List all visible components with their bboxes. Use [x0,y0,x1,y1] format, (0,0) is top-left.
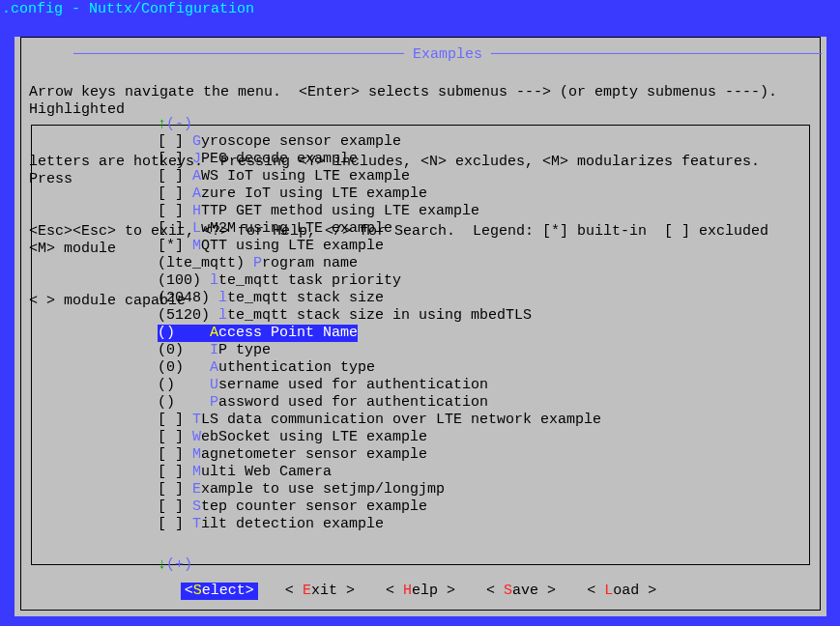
menu-item-bracket: [ ] [158,429,192,445]
menu-item[interactable]: [ ] WebSocket using LTE example [158,429,803,446]
menu-item-bracket: [ ] [158,133,192,150]
menu-item-hotkey: l [218,307,227,324]
menu-item[interactable]: (0) Authentication type [158,359,803,377]
menu-item-bracket: [ ] [158,498,192,515]
menu-item-hotkey: M [192,446,201,463]
help-line: Arrow keys navigate the menu. <Enter> se… [29,84,812,119]
menu-item[interactable]: [ ] TLS data communication over LTE netw… [158,412,803,429]
menu-item[interactable]: [ ] Step counter sensor example [158,498,803,516]
menu-item-bracket: [ ] [158,220,192,237]
menu-item-bracket: () [158,325,210,341]
menu-item-label: P type [218,342,271,358]
menu-item-bracket: [ ] [158,464,192,480]
menu-item-label: ccess Point Name [218,325,358,341]
menu-item-hotkey: T [192,412,201,428]
menu-item-hotkey: H [192,203,201,219]
menu-item-label: ulti Web Camera [201,464,332,480]
menu-item[interactable]: () Username used for authentication [158,377,803,394]
menu-item-label: WS IoT using LTE example [201,168,410,185]
dialog-frame: ────────────────────────────────────── E… [20,37,821,611]
menu-item-bracket: (2048) [158,290,218,306]
menu-item-hotkey: l [210,272,218,289]
menu-item-label: TTP GET method using LTE example [201,203,479,219]
menu-item-label: te_mqtt task priority [218,272,401,289]
menu-item-label: uthentication type [218,359,375,376]
help-button[interactable]: < Help > [382,583,459,600]
scroll-up-sign: (-) [166,116,192,132]
menu-item-label: yroscope sensor example [201,133,401,150]
menu-item-hotkey: G [192,133,201,150]
menu-item[interactable]: [ ] Multi Web Camera [158,464,803,481]
menu-item-bracket: (0) [158,359,210,376]
menu-item[interactable]: (lte_mqtt) Program name [158,255,803,272]
menu-item-label: rogram name [262,255,358,271]
menu-item-label: zure IoT using LTE example [201,185,427,202]
menu-item-bracket: [ ] [158,446,192,463]
menu-item-hotkey: P [253,255,262,271]
menu-item-bracket: () [158,394,210,411]
dialog-outer: ────────────────────────────────────── E… [14,37,826,616]
menu-item-label: xample to use setjmp/longjmp [201,481,445,498]
menu-item-hotkey: T [192,516,201,532]
save-button[interactable]: < Save > [482,583,560,600]
menu-item-bracket: [ ] [158,168,192,185]
menu-item-bracket: [ ] [158,516,192,532]
menu-item[interactable]: [ ] AWS IoT using LTE example [158,168,803,185]
menu-item-bracket: [ ] [158,481,192,498]
menu-item[interactable]: [*] MQTT using LTE example [158,238,803,255]
menu-item[interactable]: [ ] JPEG decode example [158,151,803,168]
select-button[interactable]: <Select> [181,583,258,600]
menu-item-bracket: [ ] [158,151,192,167]
scroll-up-indicator[interactable]: ↑(-) [158,116,192,133]
menu-item-hotkey: A [192,168,201,185]
button-bar: <Select>< Exit >< Help >< Save >< Load > [21,583,820,600]
menu-item-hotkey: I [210,342,218,358]
menu-item[interactable]: [ ] LwM2M using LTE example [158,220,803,238]
menu-item[interactable]: (5120) lte_mqtt stack size in using mbed… [158,307,803,325]
scroll-down-indicator[interactable]: ↓(+) [158,556,192,574]
load-button[interactable]: < Load > [583,583,660,600]
menu-item-hotkey: l [218,290,227,306]
menu-item-bracket: [ ] [158,203,192,219]
menu-item-hotkey: L [192,220,201,237]
menu-item-label: ebSocket using LTE example [201,429,427,445]
menu-item-hotkey: W [192,429,201,445]
menu-item[interactable]: () Password used for authentication [158,394,803,412]
menu-item-bracket: (0) [158,342,210,358]
menu-item-bracket: (5120) [158,307,218,324]
menu-item[interactable]: (0) IP type [158,342,803,359]
menu-item[interactable]: [ ] Gyroscope sensor example [158,133,803,151]
menu-item-hotkey: J [192,151,201,167]
menu-item-bracket: (100) [158,272,210,289]
menu-item-hotkey: U [210,377,218,393]
menu-item-label: te_mqtt stack size [227,290,384,306]
menu-item[interactable]: [ ] Azure IoT using LTE example [158,185,803,203]
menu-item-label: te_mqtt stack size in using mbedTLS [227,307,532,324]
menu-item-label: sername used for authentication [218,377,488,393]
exit-button[interactable]: < Exit > [281,583,359,600]
menu-item-bracket: () [158,377,210,393]
menu-item[interactable]: (2048) lte_mqtt stack size [158,290,803,307]
menu-item[interactable]: [ ] Example to use setjmp/longjmp [158,481,803,498]
menu-item-label: agnetometer sensor example [201,446,427,463]
menu-item-label: PEG decode example [201,151,358,167]
menu-item-hotkey: A [192,185,201,202]
menu-item-bracket: (lte_mqtt) [158,255,253,271]
menu-item-bracket: [ ] [158,185,192,202]
menu-item-hotkey: A [210,325,218,341]
menu-item-label: assword used for authentication [218,394,488,411]
menu-item[interactable]: () Access Point Name [158,325,803,342]
menu-item-label: tep counter sensor example [201,498,427,515]
menu-list[interactable]: [ ] Gyroscope sensor example[ ] JPEG dec… [158,133,803,556]
menu-item[interactable]: [ ] Magnetometer sensor example [158,446,803,464]
scroll-down-sign: (+) [166,556,192,573]
menu-item-hotkey: P [210,394,218,411]
menu-item-label: LS data communication over LTE network e… [201,412,601,428]
menu-item-hotkey: S [192,498,201,515]
menu-item[interactable]: (100) lte_mqtt task priority [158,272,803,290]
menu-item[interactable]: [ ] Tilt detection example [158,516,803,533]
menu-item-bracket: [*] [158,238,192,254]
menu-item-bracket: [ ] [158,412,192,428]
menu-item[interactable]: [ ] HTTP GET method using LTE example [158,203,803,220]
menu-item-label: wM2M using LTE example [201,220,392,237]
